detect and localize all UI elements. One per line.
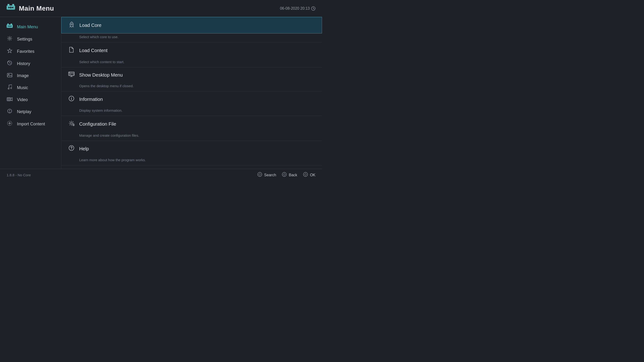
sidebar-item-favorites-label: Favorites <box>17 49 34 54</box>
configuration-file-label: Configuration File <box>79 121 116 127</box>
sidebar-item-image-label: Image <box>17 73 29 78</box>
info-icon <box>68 96 75 103</box>
menu-item-show-desktop-menu[interactable]: Show Desktop Menu <box>61 68 322 82</box>
svg-rect-2 <box>12 4 14 6</box>
sidebar-item-netplay[interactable]: Netplay <box>0 106 61 118</box>
svg-point-4 <box>12 7 14 8</box>
svg-marker-18 <box>8 48 12 53</box>
video-icon <box>6 97 13 103</box>
svg-rect-24 <box>7 98 10 101</box>
svg-point-64 <box>305 175 306 176</box>
show-desktop-menu-label: Show Desktop Menu <box>79 72 123 78</box>
sidebar-item-history[interactable]: History <box>0 58 61 70</box>
svg-point-61 <box>304 174 305 175</box>
svg-point-51 <box>258 174 259 175</box>
svg-point-34 <box>71 24 72 25</box>
config-icon <box>68 120 75 128</box>
main-layout: Main Menu Settings Favorites <box>0 17 322 169</box>
back-button[interactable]: Back <box>282 172 297 178</box>
svg-point-49 <box>71 149 72 150</box>
back-controller-icon <box>282 172 287 178</box>
search-button[interactable]: Search <box>257 172 276 178</box>
menu-item-help[interactable]: Help <box>61 141 322 156</box>
header: Main Menu 06-08-2020 20:13 <box>0 0 322 17</box>
sidebar-item-video[interactable]: Video <box>0 94 61 106</box>
header-datetime: 06-08-2020 20:13 <box>280 6 316 10</box>
sidebar-item-image[interactable]: Image <box>0 70 61 82</box>
help-label: Help <box>79 146 89 152</box>
svg-rect-20 <box>7 73 12 77</box>
sidebar-item-main-menu[interactable]: Main Menu <box>0 21 61 33</box>
content-area: Load Core Select which core to use. Load… <box>61 17 322 169</box>
svg-rect-38 <box>70 74 74 75</box>
svg-line-9 <box>313 8 314 9</box>
sidebar-item-history-label: History <box>17 61 30 66</box>
sidebar: Main Menu Settings Favorites <box>0 17 61 169</box>
information-desc: Display system information. <box>61 107 322 116</box>
sidebar-item-import-content[interactable]: Import Content <box>0 118 61 130</box>
svg-point-50 <box>258 172 262 176</box>
load-content-label: Load Content <box>79 48 108 53</box>
svg-rect-6 <box>10 7 12 8</box>
file-icon <box>68 47 75 54</box>
sidebar-item-favorites[interactable]: Favorites <box>0 45 61 58</box>
help-icon <box>68 145 75 152</box>
footer-controls: Search Back <box>257 172 316 178</box>
history-icon <box>6 60 13 67</box>
svg-rect-1 <box>8 4 10 6</box>
menu-item-configuration-file[interactable]: Configuration File <box>61 116 322 132</box>
svg-point-63 <box>306 174 307 175</box>
load-core-desc: Select which core to use. <box>61 34 322 42</box>
help-desc: Learn more about how the program works. <box>61 156 322 166</box>
menu-item-load-core[interactable]: Load Core <box>61 17 322 34</box>
sidebar-item-settings-label: Settings <box>17 37 32 42</box>
sidebar-item-import-content-label: Import Content <box>17 122 45 126</box>
svg-rect-11 <box>7 24 9 24</box>
svg-point-48 <box>69 146 74 150</box>
svg-point-53 <box>260 174 261 175</box>
header-logo-icon <box>6 4 15 13</box>
show-desktop-menu-desc: Opens the desktop menu if closed. <box>61 82 322 92</box>
ok-button[interactable]: OK <box>303 172 316 178</box>
sidebar-item-netplay-label: Netplay <box>17 109 31 114</box>
menu-item-load-content[interactable]: Load Content <box>61 42 322 58</box>
gear-icon <box>6 36 13 42</box>
svg-point-23 <box>10 88 12 89</box>
import-icon <box>6 121 13 127</box>
information-label: Information <box>79 97 103 102</box>
svg-rect-12 <box>10 24 12 24</box>
netplay-icon <box>6 108 13 115</box>
sidebar-item-main-menu-label: Main Menu <box>17 24 38 30</box>
rocket-icon <box>68 22 75 29</box>
svg-point-59 <box>284 175 285 176</box>
svg-point-62 <box>305 173 306 174</box>
svg-point-17 <box>9 38 10 39</box>
image-icon <box>6 72 13 79</box>
gamepad-icon <box>6 24 13 30</box>
version-text: 1.8.8 - No Core <box>6 173 31 177</box>
ok-controller-icon <box>303 172 308 178</box>
search-label: Search <box>264 173 276 177</box>
clock-icon <box>311 6 316 10</box>
svg-point-43 <box>71 97 72 98</box>
ok-label: OK <box>310 173 316 177</box>
back-label: Back <box>289 173 297 177</box>
svg-point-58 <box>285 174 286 175</box>
svg-point-13 <box>8 26 9 27</box>
svg-point-52 <box>259 173 260 174</box>
svg-point-30 <box>10 112 10 113</box>
sidebar-item-settings[interactable]: Settings <box>0 33 61 45</box>
svg-point-14 <box>10 26 12 27</box>
search-controller-icon <box>257 172 262 178</box>
sidebar-item-video-label: Video <box>17 97 28 102</box>
svg-point-60 <box>304 172 308 176</box>
sidebar-item-music[interactable]: Music <box>0 82 61 94</box>
svg-point-44 <box>70 122 72 124</box>
svg-rect-16 <box>9 26 10 26</box>
configuration-file-desc: Manage and create configuration files. <box>61 132 322 141</box>
menu-item-information[interactable]: Information <box>61 92 322 107</box>
svg-point-22 <box>8 88 9 89</box>
sidebar-item-music-label: Music <box>17 85 28 90</box>
datetime-text: 06-08-2020 20:13 <box>280 6 310 10</box>
footer: 1.8.8 - No Core Search <box>0 169 322 181</box>
